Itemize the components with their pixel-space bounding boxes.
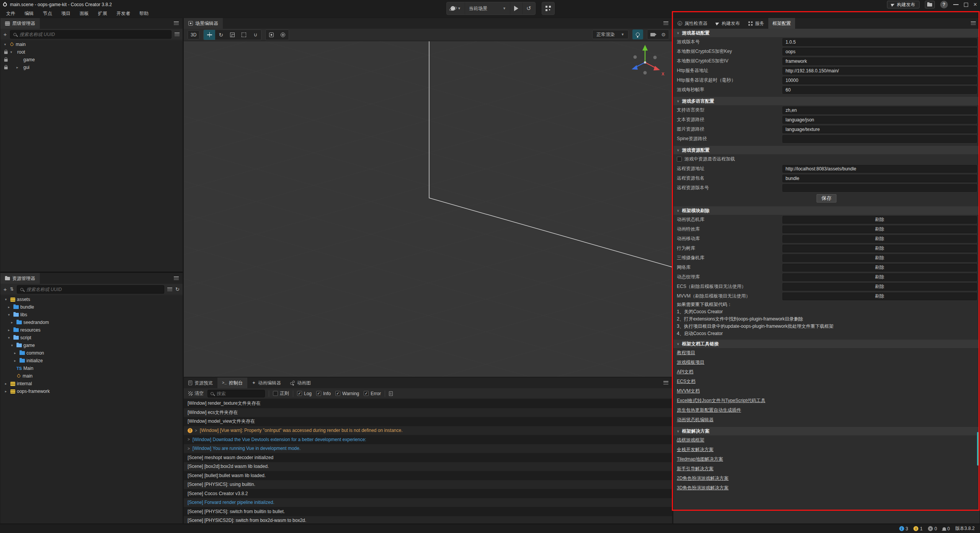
create-asset-button[interactable]: + (3, 286, 7, 292)
tree-chevron-icon[interactable]: ▾ (5, 298, 10, 301)
tree-chevron-icon[interactable]: ▾ (4, 43, 10, 46)
clear-console-button[interactable]: 清空 (188, 390, 204, 397)
tree-chevron-icon[interactable]: ▸ (14, 359, 20, 363)
tree-node[interactable]: ▸seedrandom (0, 319, 183, 326)
move-tool-button[interactable] (204, 29, 215, 40)
hierarchy-tab[interactable]: 层级管理器 (0, 18, 40, 29)
config-input[interactable] (782, 165, 977, 173)
tree-node[interactable]: main (0, 372, 183, 380)
doc-link[interactable]: 教程项目 (677, 350, 695, 356)
panel-menu-icon[interactable] (971, 21, 976, 25)
tree-node[interactable]: ▾root (0, 48, 183, 56)
filter-checkbox-Log[interactable]: ✓Log (297, 391, 312, 396)
log-row[interactable]: [Scene] Forward render pipeline initiali… (184, 498, 672, 507)
refresh-icon[interactable]: ↻ (175, 286, 180, 292)
doc-link[interactable]: Tiledmap地图解决方案 (677, 456, 723, 463)
assets-search[interactable] (17, 285, 164, 294)
remove-module-button[interactable]: 剔除 (782, 245, 977, 252)
remove-module-button[interactable]: 剔除 (782, 254, 977, 262)
doc-link[interactable]: 原生包热更新配置自动生成插件 (677, 407, 741, 414)
sort-icon[interactable]: ⇅ (10, 286, 14, 292)
config-input[interactable] (782, 126, 977, 133)
log-row[interactable]: [Window] model_view文件夹存在 (184, 417, 672, 426)
console-tab-资源预览[interactable]: 资源预览 (184, 378, 217, 388)
tree-node[interactable]: ▸bundle (0, 303, 183, 311)
close-button[interactable]: × (973, 2, 977, 8)
config-input[interactable] (782, 86, 977, 94)
doc-link[interactable]: 3D角色扮演游戏解决方案 (677, 485, 728, 491)
warning-count[interactable]: ! 1 (913, 526, 923, 531)
menu-item[interactable]: 扩展 (93, 9, 112, 18)
remove-module-button[interactable]: 剔除 (782, 216, 977, 224)
config-tab-构建发布[interactable]: 构建发布 (712, 18, 744, 29)
log-row[interactable]: [Scene] meshopt wasm decoder initialized (184, 453, 672, 462)
log-row[interactable]: [Window] render_texture文件夹存在 (184, 399, 672, 408)
scene-settings-button[interactable]: ⚙ (658, 29, 669, 39)
expand-chevron-icon[interactable]: > (188, 446, 190, 451)
doc-link[interactable]: 动画状态机编辑器 (677, 417, 714, 423)
reload-button[interactable]: ↺ (523, 2, 535, 15)
tree-chevron-icon[interactable]: ▸ (14, 351, 20, 355)
scene-tab[interactable]: 场景编辑器 (184, 18, 223, 29)
doc-link[interactable]: API文档 (677, 369, 693, 375)
error-count[interactable]: × 0 (928, 526, 937, 531)
config-tab-框架配置[interactable]: 框架配置 (768, 18, 795, 29)
remove-module-button[interactable]: 剔除 (782, 226, 977, 233)
log-row[interactable]: [Scene] [PHYSICS2D]: switch from box2d-w… (184, 516, 672, 524)
console-search-input[interactable] (216, 391, 262, 397)
hierarchy-search-input[interactable] (19, 31, 168, 38)
axis-gizmo[interactable]: X (624, 43, 666, 85)
config-input[interactable] (782, 106, 977, 114)
panel-menu-icon[interactable] (174, 276, 179, 280)
gizmo-tool-button[interactable]: ∪ (250, 29, 261, 40)
menu-item[interactable]: 节点 (38, 9, 57, 18)
render-mode-dropdown[interactable]: 正常渲染 ▼ (592, 30, 629, 39)
tree-node[interactable]: ▸oops-framework (0, 387, 183, 395)
expand-chevron-icon[interactable]: > (195, 428, 197, 433)
tree-chevron-icon[interactable]: ▾ (11, 343, 16, 347)
scene-select-dropdown[interactable]: 当前场景 ▼ (465, 2, 510, 15)
section-header[interactable]: ∨框架模块剔除 (673, 206, 980, 215)
remove-module-button[interactable]: 剔除 (782, 273, 977, 281)
scale-tool-button[interactable] (227, 29, 238, 40)
log-row[interactable]: [Window] ecs文件夹存在 (184, 408, 672, 417)
tree-node[interactable]: ▸initialize (0, 357, 183, 365)
config-checkbox-row[interactable]: 游戏中资源是否远程加载 (673, 154, 980, 164)
regex-checkbox[interactable]: 正则 (273, 390, 289, 397)
tree-node[interactable]: ▸internal (0, 380, 183, 387)
3d-mode-button[interactable]: 3D (188, 30, 199, 39)
remove-module-button[interactable]: 剔除 (782, 283, 977, 291)
log-row[interactable]: [Scene] Cocos Creator v3.8.2 (184, 489, 672, 498)
config-tab-属性检查器[interactable]: 属性检查器 (673, 18, 712, 29)
section-header[interactable]: ∨游戏资源配置 (673, 146, 980, 154)
filter-icon[interactable] (167, 288, 172, 291)
scrollbar-thumb[interactable] (977, 432, 979, 466)
assets-search-input[interactable] (26, 286, 161, 293)
tree-chevron-icon[interactable]: ▾ (8, 336, 13, 340)
menu-item[interactable]: 面板 (75, 9, 93, 18)
tree-node[interactable]: game (0, 56, 183, 64)
console-search[interactable] (207, 390, 265, 397)
config-input[interactable] (782, 48, 977, 56)
expand-chevron-icon[interactable]: > (188, 437, 190, 441)
save-button[interactable]: 保存 (817, 194, 837, 203)
log-row[interactable]: [Scene] [PHYSICS]: using builtin. (184, 480, 672, 489)
remove-module-button[interactable]: 剔除 (782, 293, 977, 300)
coordinate-snap-button[interactable] (277, 29, 289, 40)
section-header[interactable]: ∨游戏多语言配置 (673, 97, 980, 105)
panel-menu-icon[interactable] (663, 381, 668, 384)
rotate-tool-button[interactable]: ↻ (215, 29, 227, 40)
notification-count[interactable]: 0 (942, 526, 950, 531)
tree-chevron-icon[interactable]: ▸ (16, 65, 22, 69)
tree-node[interactable]: ▾main (0, 41, 183, 48)
tree-chevron-icon[interactable]: ▸ (11, 320, 16, 324)
log-row[interactable]: [Scene] [PHYSICS]: switch from builtin t… (184, 507, 672, 516)
hierarchy-search[interactable] (10, 30, 172, 39)
config-input[interactable] (782, 175, 977, 182)
tree-chevron-icon[interactable]: ▸ (8, 328, 13, 332)
section-header[interactable]: ∨游戏基础配置 (673, 29, 980, 37)
filter-icon[interactable] (175, 33, 180, 36)
config-input[interactable] (782, 184, 977, 192)
menu-item[interactable]: 开发者 (112, 9, 135, 18)
tree-node[interactable]: ▸common (0, 349, 183, 357)
